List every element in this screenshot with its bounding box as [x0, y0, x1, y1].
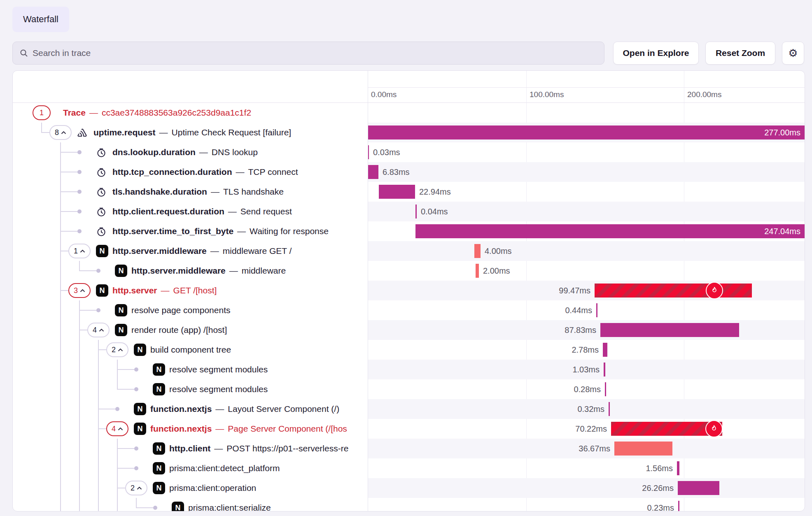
trace-tree-row[interactable]: 4Nrender route (app) /[host]	[13, 320, 368, 340]
children-count-badge[interactable]: 1	[33, 105, 51, 120]
chevron-up-icon	[137, 486, 142, 490]
duration-bar[interactable]	[415, 205, 417, 218]
trace-tree-row[interactable]: Nresolve page components	[13, 300, 368, 320]
span-text: tls.handshake.duration—TLS handshake	[112, 182, 284, 202]
duration-label: 2.78ms	[368, 340, 599, 360]
trace-tree-row[interactable]: dns.lookup.duration—DNS lookup	[13, 142, 368, 162]
children-count-badge[interactable]: 4	[106, 421, 128, 436]
trace-tree-row[interactable]: 4Nfunction.nextjs—Page Server Component …	[13, 419, 368, 439]
waterfall-row[interactable]: 36.67ms	[368, 439, 805, 458]
span-bullet	[77, 190, 82, 194]
trace-tree-row[interactable]: Nhttp.client—POST https://p01--serverles…	[13, 439, 368, 458]
tree-waterfall-divider[interactable]	[368, 71, 368, 511]
trace-tree-row[interactable]: 1Trace—cc3ae3748883563a926c253d9aa1c1f2	[13, 103, 368, 123]
span-text: resolve segment modules	[169, 379, 268, 399]
span-bullet	[115, 407, 119, 411]
trace-tree-row[interactable]: http.client.request.duration—Send reques…	[13, 202, 368, 221]
children-count-badge[interactable]: 1	[68, 244, 91, 258]
waterfall-row[interactable]: 0.03ms	[368, 142, 805, 162]
duration-bar[interactable]	[596, 303, 597, 317]
fire-badge[interactable]	[705, 420, 723, 437]
duration-bar[interactable]	[600, 323, 739, 337]
trace-tree-row[interactable]: http.server.time_to_first_byte—Waiting f…	[13, 221, 368, 241]
children-count-badge[interactable]: 2	[106, 342, 128, 357]
waterfall-row[interactable]: 99.47ms	[368, 281, 805, 300]
reset-zoom-button[interactable]: Reset Zoom	[705, 42, 775, 65]
duration-bar[interactable]	[474, 244, 481, 258]
span-text: http.client—POST https://p01--serverless…	[169, 439, 348, 458]
waterfall-row[interactable]: 277.00ms	[368, 123, 805, 142]
trace-tree-row[interactable]: Nresolve segment modules	[13, 360, 368, 379]
span-op: dns.lookup.duration	[112, 147, 196, 157]
duration-bar[interactable]	[368, 165, 378, 179]
span-description: cc3ae3748883563a926c253d9aa1c1f2	[102, 108, 251, 118]
duration-bar[interactable]	[609, 402, 610, 416]
search-input[interactable]: Search in trace	[12, 42, 604, 65]
trace-tree-row[interactable]: Nfunction.nextjs—Layout Server Component…	[13, 399, 368, 419]
tree-guide-line	[98, 498, 99, 511]
trace-tree-row[interactable]: 3Nhttp.server—GET /[host]	[13, 281, 368, 300]
duration-bar[interactable]	[379, 185, 415, 199]
trace-tree-row[interactable]: Nresolve segment modules	[13, 379, 368, 399]
clock-icon	[96, 207, 107, 217]
tree-connector-line	[60, 152, 77, 153]
duration-bar[interactable]	[604, 363, 605, 377]
children-count-badge[interactable]: 3	[68, 283, 91, 298]
trace-tree-row[interactable]: 2Nprisma:client:operation	[13, 478, 368, 498]
trace-tree-row[interactable]: 2Nbuild component tree	[13, 340, 368, 360]
tree-guide-line	[98, 379, 99, 399]
trace-tree-row[interactable]: 1Nhttp.server.middleware—middleware GET …	[13, 241, 368, 261]
trace-tree-row[interactable]: Nprisma:client:serialize	[13, 498, 368, 511]
waterfall-row[interactable]: 70.22ms	[368, 419, 805, 439]
duration-label: 2.00ms	[483, 261, 510, 281]
duration-bar[interactable]	[678, 481, 719, 495]
duration-bar[interactable]	[614, 442, 672, 456]
duration-bar[interactable]	[476, 264, 479, 278]
waterfall-row[interactable]: 0.04ms	[368, 202, 805, 221]
tree-connector-line	[60, 191, 77, 192]
waterfall-row[interactable]: 2.00ms	[368, 261, 805, 281]
waterfall-row[interactable]: 0.32ms	[368, 399, 805, 419]
duration-label: 247.04ms	[368, 221, 800, 241]
children-count-badge[interactable]: 4	[87, 323, 110, 337]
tree-guide-line	[60, 379, 61, 399]
span-op: tls.handshake.duration	[112, 187, 207, 197]
duration-bar[interactable]	[605, 382, 606, 396]
waterfall-row[interactable]: 6.83ms	[368, 162, 805, 182]
span-bullet	[134, 446, 138, 451]
waterfall-row[interactable]: 0.44ms	[368, 300, 805, 320]
waterfall-row[interactable]: 4.00ms	[368, 241, 805, 261]
trace-tree-row[interactable]: Nprisma:client:detect_platform	[13, 458, 368, 478]
fire-badge[interactable]	[706, 282, 723, 299]
waterfall-row[interactable]: 1.56ms	[368, 458, 805, 478]
waterfall-row[interactable]: 1.03ms	[368, 360, 805, 379]
nextjs-icon: N	[134, 423, 146, 435]
dash-separator: —	[210, 246, 219, 256]
waterfall-row[interactable]: 2.78ms	[368, 340, 805, 360]
duration-bar[interactable]	[677, 461, 679, 475]
waterfall-row[interactable]: 0.28ms	[368, 379, 805, 399]
trace-tree-row[interactable]: 8uptime.request—Uptime Check Request [fa…	[13, 123, 368, 142]
duration-bar[interactable]	[603, 343, 607, 357]
waterfall-row[interactable]: 22.94ms	[368, 182, 805, 202]
children-count-badge[interactable]: 8	[49, 125, 72, 140]
open-in-explore-button[interactable]: Open in Explore	[613, 42, 699, 65]
span-op: resolve segment modules	[169, 365, 268, 374]
trace-tree-row[interactable]: http.tcp_connection.duration—TCP connect	[13, 162, 368, 182]
waterfall-row[interactable]: 0.23ms	[368, 498, 805, 511]
trace-tree-row[interactable]: Nhttp.server.middleware—middleware	[13, 261, 368, 281]
tab-waterfall[interactable]: Waterfall	[12, 7, 69, 32]
waterfall-row[interactable]	[368, 103, 805, 123]
span-text: http.server.time_to_first_byte—Waiting f…	[112, 221, 329, 241]
waterfall-row[interactable]: 247.04ms	[368, 221, 805, 241]
children-count-badge[interactable]: 2	[125, 481, 147, 495]
span-op: http.server.time_to_first_byte	[112, 226, 233, 236]
trace-tree-row[interactable]: tls.handshake.duration—TLS handshake	[13, 182, 368, 202]
duration-bar[interactable]	[678, 501, 679, 511]
tree-connector-line	[117, 389, 134, 390]
duration-bar[interactable]	[595, 284, 752, 298]
waterfall-row[interactable]: 87.83ms	[368, 320, 805, 340]
flame-icon	[709, 424, 719, 433]
waterfall-row[interactable]: 26.26ms	[368, 478, 805, 498]
settings-button[interactable]: ⚙	[782, 42, 804, 65]
